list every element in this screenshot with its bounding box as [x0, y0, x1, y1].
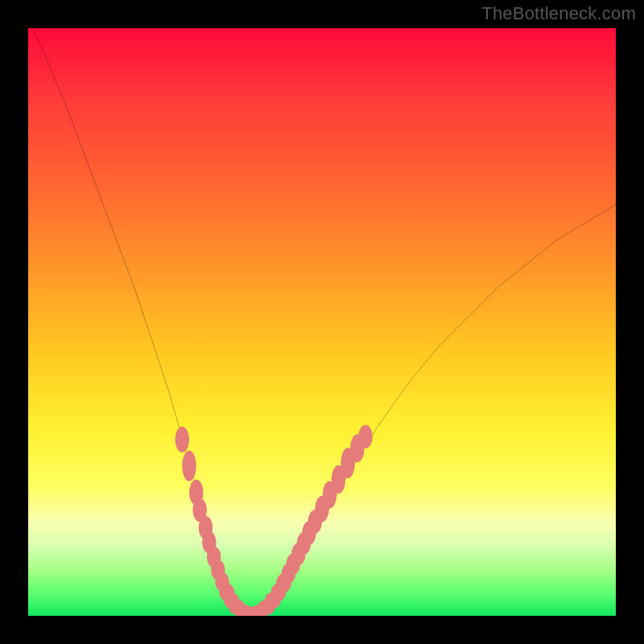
curve-markers [175, 425, 373, 616]
curve-marker [182, 451, 196, 481]
watermark-text: TheBottleneck.com [481, 3, 636, 24]
curve-marker [358, 425, 373, 448]
curve-svg [28, 28, 616, 616]
bottleneck-curve [28, 28, 616, 613]
curve-marker [175, 427, 190, 452]
plot-area [28, 28, 616, 616]
chart-stage: TheBottleneck.com [0, 0, 644, 644]
